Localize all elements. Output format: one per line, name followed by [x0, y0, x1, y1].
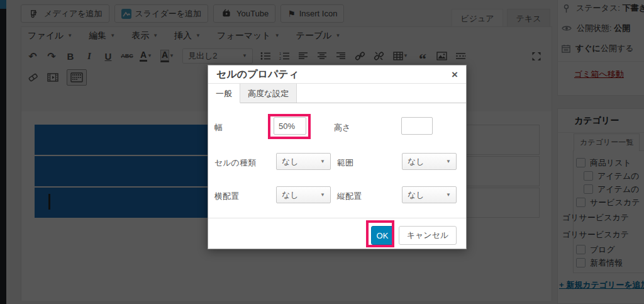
height-label: 高さ	[334, 122, 350, 133]
v-align-label: 縦配置	[337, 191, 362, 202]
dialog-footer: OK キャンセル	[208, 218, 466, 250]
tab-advanced[interactable]: 高度な設定	[240, 84, 297, 103]
height-input[interactable]	[401, 117, 433, 135]
scope-dropdown[interactable]: なし▼	[402, 153, 457, 170]
chevron-down-icon: ▼	[320, 159, 325, 164]
cancel-button[interactable]: キャンセル	[399, 226, 457, 245]
dialog-tabs: 一般 高度な設定	[208, 84, 466, 103]
scope-label: 範囲	[337, 157, 353, 169]
cell-type-label: セルの種類	[214, 157, 256, 169]
h-align-label: 横配置	[214, 191, 239, 202]
dialog-title: セルのプロパティ	[216, 68, 299, 81]
annotation-box-width	[268, 114, 311, 139]
width-label: 幅	[214, 122, 223, 133]
chevron-down-icon: ▼	[446, 193, 451, 198]
chevron-down-icon: ▼	[320, 193, 325, 198]
chevron-down-icon: ▼	[446, 159, 451, 164]
v-align-dropdown[interactable]: なし▼	[402, 186, 457, 203]
h-align-dropdown[interactable]: なし▼	[276, 186, 331, 203]
annotation-box-ok	[366, 220, 394, 247]
tab-general[interactable]: 一般	[208, 84, 240, 103]
cell-type-dropdown[interactable]: なし▼	[276, 153, 331, 170]
cell-properties-dialog: セルのプロパティ × 一般 高度な設定 幅 高さ セルの種類 なし▼ 範囲 なし…	[208, 65, 467, 249]
dialog-header[interactable]: セルのプロパティ ×	[208, 65, 466, 84]
close-icon[interactable]: ×	[452, 69, 458, 80]
